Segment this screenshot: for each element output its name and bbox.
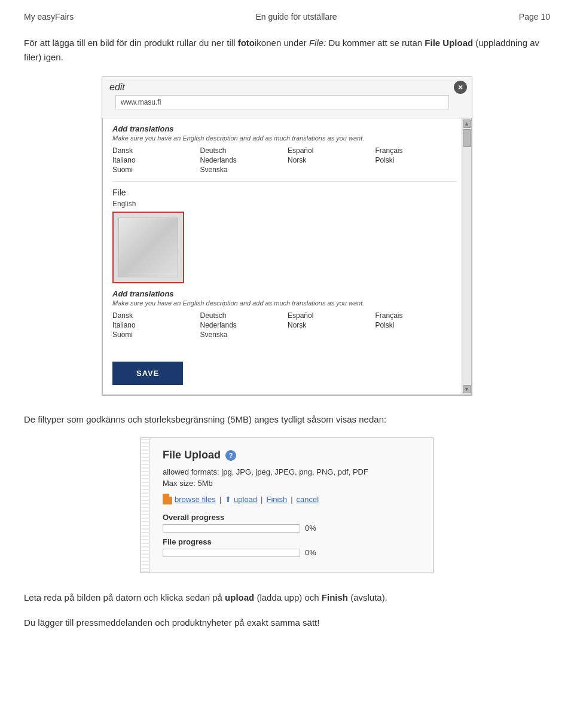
lang-polski-bot: Polski [375, 321, 457, 329]
lang-italiano-top: Italiano [112, 156, 194, 164]
intro-bold2: File Upload [425, 38, 473, 48]
scroll-track[interactable]: ▲ ▼ [462, 118, 471, 394]
overall-progress-bar [163, 524, 300, 533]
header-center: En guide för utställare [255, 12, 337, 22]
lang-suomi-bot: Suomi [112, 331, 194, 339]
modal-scrollable-area: Add translations Make sure you have an E… [102, 118, 472, 395]
add-translations-note-bottom: Make sure you have an English descriptio… [112, 299, 457, 307]
bottom-bold2: Finish [322, 592, 348, 602]
bottom-text3: (avsluta). [348, 592, 387, 602]
cancel-link[interactable]: cancel [297, 495, 319, 504]
edit-modal-url-input[interactable] [115, 95, 449, 109]
language-grid-top: Dansk Deutsch Español Français Italiano … [112, 146, 457, 174]
divider-top [112, 181, 457, 182]
lang-svenska-top: Svenska [200, 166, 282, 174]
left-strip [141, 438, 149, 573]
bottom-bold1: upload [225, 592, 254, 602]
file-section-title: File [112, 188, 457, 197]
overall-progress-label: Overall progress [163, 513, 421, 522]
overall-progress-section: Overall progress 0% [163, 513, 421, 533]
finish-link[interactable]: Finish [266, 495, 287, 504]
lang-francais-top: Français [375, 146, 457, 155]
language-grid-bottom: Dansk Deutsch Español Français Italiano … [112, 311, 457, 339]
header-right: Page 10 [519, 12, 550, 22]
file-upload-title: File Upload ? [163, 449, 421, 461]
add-translations-note-top: Make sure you have an English descriptio… [112, 134, 457, 142]
intro-paragraph: För att lägga till en bild för din produ… [24, 36, 550, 65]
file-progress-pct: 0% [305, 548, 316, 557]
file-upload-formats: allowed formats: jpg, JPG, jpeg, JPEG, p… [163, 467, 421, 476]
intro-text2: ikonen under [255, 38, 309, 48]
file-progress-label: File progress [163, 537, 421, 546]
save-button[interactable]: SAVE [112, 362, 183, 385]
file-icon [163, 494, 172, 504]
maxsize-value: 5Mb [198, 479, 213, 488]
edit-modal-close-button[interactable]: × [454, 81, 467, 94]
bottom-paragraph-2: Du lägger till pressmeddelanden och prod… [24, 615, 550, 631]
lang-svenska-bot: Svenska [200, 331, 282, 339]
lang-nederlands-bot: Nederlands [200, 321, 282, 329]
scroll-thumb[interactable] [463, 129, 471, 147]
lang-italiano-bot: Italiano [112, 321, 194, 329]
file-section-english: English [112, 200, 457, 208]
intro-italic1: File: [309, 38, 326, 48]
file-progress-section: File progress 0% [163, 537, 421, 557]
intro-text1: För att lägga till en bild för din produ… [24, 38, 238, 48]
file-upload-title-text: File Upload [163, 449, 221, 461]
lang-deutsch-bot: Deutsch [200, 311, 282, 320]
lang-nederlands-top: Nederlands [200, 156, 282, 164]
add-translations-label-top: Add translations [112, 124, 457, 133]
separator2: | [261, 495, 262, 504]
upload-link[interactable]: upload [234, 495, 257, 504]
bottom-paragraph-1: Leta reda på bilden på datorn och klicka… [24, 590, 550, 605]
overall-progress-pct: 0% [305, 524, 316, 533]
file-progress-bar [163, 549, 300, 557]
lang-espanol-bot: Español [288, 311, 370, 320]
page-header: My easyFairs En guide för utställare Pag… [24, 12, 550, 22]
lang-espanol-top: Español [288, 146, 370, 155]
file-upload-maxsize: Max size: 5Mb [163, 479, 421, 488]
overall-progress-row: 0% [163, 524, 421, 533]
header-left: My easyFairs [24, 12, 74, 22]
lang-norsk-top: Norsk [288, 156, 370, 164]
file-progress-row: 0% [163, 548, 421, 557]
help-icon[interactable]: ? [225, 450, 236, 461]
lang-norsk-bot: Norsk [288, 321, 370, 329]
formats-value: jpg, JPG, jpeg, JPEG, png, PNG, pdf, PDF [221, 467, 368, 476]
intro-text3: Du kommer att se rutan [326, 38, 425, 48]
file-upload-panel: File Upload ? allowed formats: jpg, JPG,… [141, 438, 433, 573]
lang-francais-bot: Français [375, 311, 457, 320]
edit-modal-screenshot: edit × Add translations Make sure you ha… [102, 77, 472, 396]
add-translations-label-bottom: Add translations [112, 289, 457, 298]
bottom-text2: (ladda upp) och [254, 592, 322, 602]
lang-polski-top: Polski [375, 156, 457, 164]
section-text: De filtyper som godkänns och storleksbeg… [24, 412, 550, 427]
intro-bold1: foto [238, 38, 255, 48]
upload-arrow-icon: ⬆ [225, 495, 231, 504]
file-image-box [112, 212, 184, 283]
lang-suomi-top: Suomi [112, 166, 194, 174]
separator3: | [291, 495, 292, 504]
lang-dansk-top: Dansk [112, 146, 194, 155]
bottom-text1: Leta reda på bilden på datorn och klicka… [24, 592, 225, 602]
file-image-placeholder [118, 218, 178, 277]
edit-modal-title: edit [102, 77, 472, 95]
lang-dansk-bot: Dansk [112, 311, 194, 320]
lang-deutsch-top: Deutsch [200, 146, 282, 155]
browse-files-link[interactable]: browse files [175, 495, 216, 504]
modal-content: Add translations Make sure you have an E… [103, 118, 471, 394]
file-upload-actions: browse files | ⬆ upload | Finish | cance… [163, 494, 421, 504]
separator1: | [219, 495, 221, 504]
